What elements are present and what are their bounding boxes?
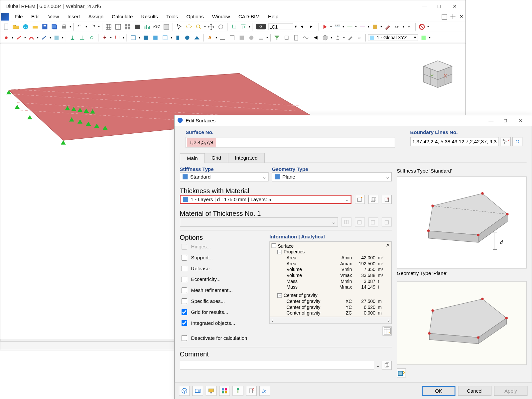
menu-view[interactable]: View <box>44 13 63 20</box>
surface-no-field[interactable]: 1,2,4,5,7,9 <box>187 138 216 147</box>
coordinate-system-select[interactable]: 1 - Global XYZ ▾ <box>368 34 418 41</box>
opt-deactivate[interactable]: Deactivate for calculation <box>180 332 264 343</box>
menu-cadbim[interactable]: CAD-BIM <box>234 13 264 20</box>
member-icon[interactable] <box>40 33 48 42</box>
comment-copy-icon[interactable] <box>382 361 392 370</box>
support-icon[interactable] <box>68 33 76 42</box>
load2-icon[interactable] <box>113 33 121 42</box>
tool-misc-3[interactable] <box>216 22 225 31</box>
opt-axes[interactable]: Specific axes... <box>180 296 264 307</box>
lc-prev-icon[interactable]: ◂ <box>298 22 306 31</box>
menu-results[interactable]: Results <box>137 13 162 20</box>
stiffness-type-select[interactable]: Standard⌵ <box>180 172 269 182</box>
sect1-icon[interactable] <box>129 33 137 42</box>
help-icon[interactable]: ? <box>179 386 190 396</box>
console-icon[interactable] <box>133 22 142 31</box>
person-icon[interactable] <box>333 33 342 42</box>
delete-option-icon[interactable] <box>246 386 257 396</box>
save-all-icon[interactable] <box>50 22 59 31</box>
info-table-icon[interactable] <box>382 327 392 336</box>
app-menu-icon[interactable] <box>1 13 9 20</box>
menu-help[interactable]: Help <box>264 13 282 20</box>
misc-b-icon[interactable] <box>247 33 255 42</box>
minimize-button[interactable]: ― <box>418 2 432 11</box>
fx-icon[interactable]: fx <box>259 386 270 396</box>
thickness-new-icon[interactable] <box>355 195 365 204</box>
grid-icon[interactable] <box>124 22 132 31</box>
comment-field[interactable] <box>180 361 374 370</box>
dialog-close-button[interactable]: ✕ <box>512 116 529 125</box>
opt-release[interactable]: Release... <box>180 263 264 274</box>
close-button[interactable]: ✕ <box>446 2 463 11</box>
sc-icon[interactable]: ▸SC <box>153 22 161 31</box>
cube-icon[interactable] <box>321 33 329 42</box>
tool-misc-1[interactable] <box>31 22 39 31</box>
opt-grid-results[interactable]: Grid for results... <box>180 307 264 318</box>
dialog-minimize-button[interactable]: ― <box>484 116 498 125</box>
thickness-select[interactable]: 1 - Layers | d : 175.0 mm | Layers: 5⌵ <box>180 195 352 204</box>
thickness-lib-icon[interactable] <box>368 195 378 204</box>
sect2-icon[interactable] <box>142 33 150 42</box>
filter-icon[interactable] <box>273 33 281 42</box>
geometry-type-select[interactable]: Plane⌵ <box>272 172 392 182</box>
menu-edit[interactable]: Edit <box>27 13 44 20</box>
lc-next-icon[interactable]: ▸ <box>308 22 316 31</box>
info-scroll[interactable]: ‹› <box>269 317 392 324</box>
search-icon[interactable] <box>195 22 203 31</box>
ok-button[interactable]: OK <box>422 386 456 396</box>
boundary-lines-field[interactable] <box>410 137 499 146</box>
dialog-maximize-button[interactable]: □ <box>498 116 512 125</box>
pencil-icon[interactable] <box>383 22 392 31</box>
dim-extra-icon[interactable]: x.xx <box>393 22 401 31</box>
text-icon[interactable]: A <box>206 33 214 42</box>
info-tree[interactable]: –Surfaceᐱ –Properties AreaAmin42.000m² A… <box>269 241 392 317</box>
pen-icon[interactable] <box>346 33 354 42</box>
wave-icon[interactable] <box>302 33 310 42</box>
dim-x-icon[interactable]: x.xx <box>333 22 341 31</box>
menu-assign[interactable]: Assign <box>84 13 108 20</box>
run-calc-icon[interactable] <box>321 22 329 31</box>
coord-btn-icon[interactable] <box>419 33 428 42</box>
menu-calculate[interactable]: Calculate <box>108 13 137 20</box>
tab-grid[interactable]: Grid <box>204 153 228 163</box>
scale-icon[interactable] <box>228 33 236 42</box>
dialog-title-bar[interactable]: Edit Surfaces ― □ ✕ <box>175 115 532 126</box>
reload-icon[interactable] <box>21 22 30 31</box>
dim-y-icon[interactable] <box>345 22 354 31</box>
chart-icon[interactable] <box>143 22 151 31</box>
menu-options[interactable]: Options <box>182 13 208 20</box>
thickness-del-icon[interactable] <box>382 195 392 204</box>
node-icon[interactable] <box>2 33 10 42</box>
arc-icon[interactable] <box>27 33 36 42</box>
title-bar[interactable]: Dlubal RFEM | 6.02.0034 | Webinar_2D.rf6… <box>0 0 466 12</box>
cancel-button[interactable]: Cancel <box>458 386 491 396</box>
misc-a-icon[interactable] <box>237 33 246 42</box>
units-icon[interactable]: 0,00 <box>192 386 203 396</box>
tool-misc-2[interactable] <box>162 22 171 31</box>
dim-z-icon[interactable] <box>358 22 366 31</box>
print-icon[interactable] <box>60 22 68 31</box>
sect-view1-icon[interactable] <box>282 33 291 42</box>
opt-integrated[interactable]: Integrated objects... <box>180 318 264 329</box>
menubar-tool-1[interactable] <box>440 12 449 21</box>
colors-icon[interactable] <box>219 386 230 396</box>
table-icon[interactable] <box>104 22 113 31</box>
boundary-loop-icon[interactable] <box>512 137 522 146</box>
maximize-button[interactable]: □ <box>432 2 446 11</box>
sect5-icon[interactable] <box>174 33 182 42</box>
paint-icon[interactable] <box>371 22 379 31</box>
sect4-icon[interactable] <box>161 33 169 42</box>
undo-icon[interactable] <box>76 22 84 31</box>
lasso-icon[interactable] <box>185 22 193 31</box>
disable-icon[interactable] <box>418 22 426 31</box>
align-icon[interactable] <box>229 22 238 31</box>
new-file-icon[interactable] <box>2 22 10 31</box>
view-cube[interactable]: -Y X <box>415 52 457 93</box>
move-icon[interactable] <box>207 22 215 31</box>
menu-file[interactable]: File <box>11 13 27 20</box>
table2-icon[interactable] <box>114 22 122 31</box>
preview-swap-icon[interactable] <box>397 368 406 378</box>
sect3-icon[interactable] <box>151 33 160 42</box>
save-icon[interactable] <box>41 22 49 31</box>
tab-main[interactable]: Main <box>180 153 205 163</box>
